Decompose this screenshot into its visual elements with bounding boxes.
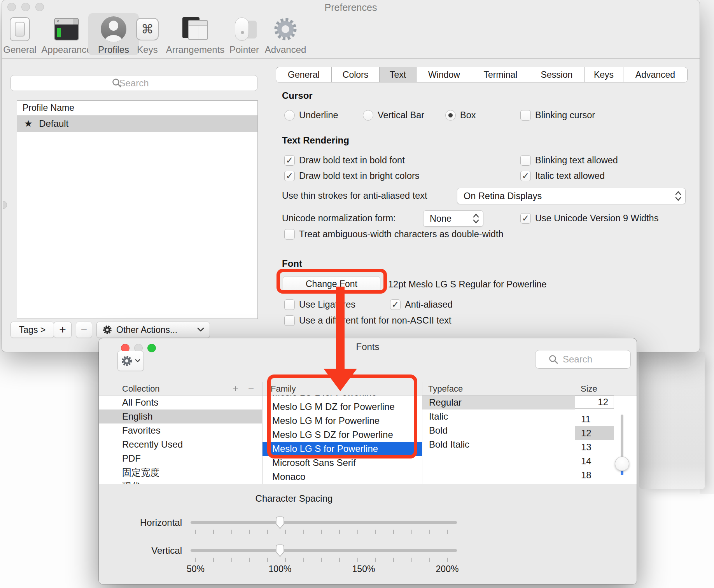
tab-text[interactable]: Text: [380, 67, 416, 82]
chevron-down-icon: [135, 359, 140, 363]
profile-row-default[interactable]: ★ Default: [17, 116, 257, 132]
checkbox-checked: [284, 155, 295, 166]
checkbox-bright-colors[interactable]: Draw bold text in bright colors: [284, 168, 420, 184]
collection-list: All Fonts English Favorites Recently Use…: [99, 396, 262, 484]
chevron-down-icon: [197, 327, 204, 332]
add-collection-button[interactable]: +: [233, 382, 238, 395]
checkbox-non-ascii-font[interactable]: Use a different font for non-ASCII text: [284, 313, 451, 328]
tags-button[interactable]: Tags >: [10, 322, 54, 338]
checkbox-ligatures[interactable]: Use Ligatures: [284, 297, 355, 312]
appearance-icon: ×: [54, 16, 79, 43]
toolbar-divider: [2, 58, 700, 59]
size-item[interactable]: 11: [575, 412, 637, 426]
add-profile-button[interactable]: +: [54, 322, 72, 338]
radio-circle: [363, 110, 373, 121]
scale-label-100: 100%: [262, 564, 298, 574]
checkbox: [520, 110, 531, 121]
checkbox-blinking-text[interactable]: Blinking text allowed: [520, 152, 618, 168]
annotation-box-family-list: [267, 374, 417, 458]
checkbox: [284, 299, 295, 310]
tab-advanced[interactable]: Advanced: [623, 67, 687, 82]
keys-icon: ⌘: [136, 16, 159, 43]
thin-strokes-label: Use thin strokes for anti-aliased text: [282, 188, 427, 203]
typeface-item-selected[interactable]: Regular: [422, 396, 575, 410]
unicode-norm-dropdown[interactable]: None: [423, 210, 483, 227]
size-value-field[interactable]: [575, 396, 614, 409]
checkbox-ambiguous-width[interactable]: Treat ambiguous-width characters as doub…: [284, 226, 504, 242]
gear-icon: [121, 355, 133, 367]
size-item-selected[interactable]: 12: [575, 426, 614, 440]
radio-underline[interactable]: Underline: [284, 107, 338, 123]
toolbar-item-appearance[interactable]: × Appearance: [41, 13, 92, 55]
other-actions-dropdown[interactable]: Other Actions...: [96, 322, 210, 338]
collection-item-clipped[interactable]: 现代: [99, 480, 262, 484]
collection-item[interactable]: All Fonts: [99, 396, 262, 410]
toolbar-item-arrangements[interactable]: Arrangements: [170, 13, 220, 55]
checkbox-bold-font[interactable]: Draw bold text in bold font: [284, 152, 405, 168]
advanced-gear-icon: [273, 16, 298, 43]
vertical-slider-thumb[interactable]: [275, 544, 285, 557]
scale-label-200: 200%: [430, 564, 465, 574]
profile-search-input[interactable]: [10, 75, 257, 91]
unicode-norm-label: Unicode normalization form:: [282, 210, 396, 226]
radio-box[interactable]: Box: [445, 107, 476, 123]
annotation-arrow-shaft: [336, 287, 345, 369]
checkbox-italic-text[interactable]: Italic text allowed: [520, 168, 605, 184]
size-item[interactable]: 13: [575, 440, 637, 454]
checkbox: [520, 155, 531, 166]
typeface-list: Regular Italic Bold Bold Italic: [422, 396, 575, 484]
collection-item[interactable]: Favorites: [99, 424, 262, 438]
search-icon: [112, 78, 122, 88]
checkbox-unicode9[interactable]: Use Unicode Version 9 Widths: [520, 210, 658, 226]
vertical-slider-ticks: [195, 558, 449, 562]
checkbox-blinking-cursor[interactable]: Blinking cursor: [520, 107, 595, 123]
tab-keys[interactable]: Keys: [584, 67, 623, 82]
checkbox-checked: [390, 299, 401, 310]
remove-collection-button[interactable]: −: [248, 382, 254, 395]
collection-item-selected[interactable]: English: [99, 410, 262, 424]
toolbar-item-advanced[interactable]: Advanced: [260, 13, 311, 55]
current-font-description: 12pt Meslo LG S Regular for Powerline: [388, 276, 547, 292]
checkbox-antialiased[interactable]: Anti-aliased: [390, 297, 453, 312]
text-rendering-title: Text Rendering: [282, 135, 349, 146]
profile-tabs: General Colors Text Window Terminal Sess…: [276, 67, 688, 82]
typeface-item[interactable]: Bold: [422, 424, 575, 438]
checkbox-checked: [520, 213, 531, 224]
checkbox: [284, 315, 295, 326]
tab-window[interactable]: Window: [416, 67, 472, 82]
toolbar-item-general[interactable]: General: [0, 13, 45, 55]
vertical-slider-track[interactable]: [191, 549, 457, 552]
collection-item[interactable]: 固定宽度: [99, 466, 262, 480]
collection-header: Collection: [122, 382, 160, 395]
profile-name: Default: [39, 118, 68, 129]
horizontal-slider-thumb[interactable]: [275, 516, 285, 529]
tab-terminal[interactable]: Terminal: [472, 67, 529, 82]
collection-item[interactable]: Recently Used: [99, 438, 262, 452]
vertical-label: Vertical: [124, 544, 182, 557]
typeface-item[interactable]: Italic: [422, 410, 575, 424]
pointer-icon: [230, 16, 258, 43]
toolbar-item-keys[interactable]: ⌘ Keys: [122, 13, 173, 55]
tab-session[interactable]: Session: [529, 67, 584, 82]
tab-colors[interactable]: Colors: [332, 67, 380, 82]
radio-vertical-bar[interactable]: Vertical Bar: [363, 107, 424, 123]
window-title: Preferences: [2, 2, 700, 13]
size-item-clipped[interactable]: 18: [575, 468, 637, 482]
horizontal-label: Horizontal: [124, 516, 182, 529]
typeface-item[interactable]: Bold Italic: [422, 438, 575, 452]
checkbox-checked: [520, 171, 531, 181]
size-header: Size: [581, 382, 597, 395]
tab-general[interactable]: General: [276, 67, 332, 82]
font-actions-gear-button[interactable]: [117, 351, 144, 371]
scale-label-150: 150%: [346, 564, 381, 574]
remove-profile-button[interactable]: −: [76, 322, 92, 338]
stepper-icon: [472, 213, 480, 224]
family-item[interactable]: Monaco: [262, 470, 422, 484]
collection-item[interactable]: PDF: [99, 452, 262, 466]
cursor-section-title: Cursor: [282, 90, 313, 101]
profile-list-header: Profile Name: [17, 101, 257, 116]
size-slider-knob[interactable]: [615, 457, 629, 471]
thin-strokes-dropdown[interactable]: On Retina Displays: [457, 188, 686, 204]
horizontal-slider-track[interactable]: [191, 521, 457, 524]
pane-splitter-handle[interactable]: [3, 201, 7, 209]
